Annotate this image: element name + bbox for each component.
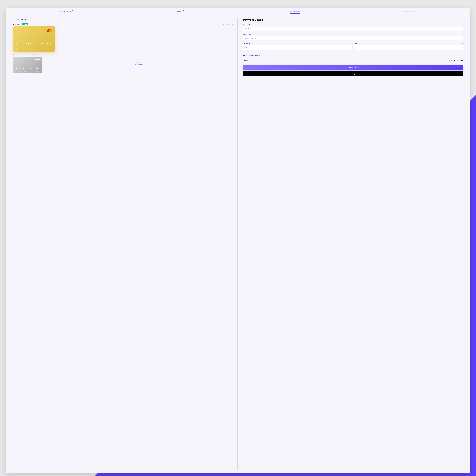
expiry-date-label: Expiry Date — [243, 42, 352, 44]
remove-primary-card-button[interactable]: Remove Card — [223, 23, 233, 25]
mastercard-logo-icon — [47, 29, 52, 33]
card-number-masked: • • • • • • • • • • • • 5043 — [15, 68, 40, 69]
svg-rect-2 — [460, 38, 461, 38]
default-badge: DEFAULT — [22, 23, 28, 25]
help-circle-icon[interactable]: ? — [461, 43, 463, 45]
cvv-input[interactable] — [354, 45, 463, 50]
secondary-card-name: Visa — [13, 54, 16, 56]
tab-bag-label: Your Bag (2 Items) — [60, 10, 71, 12]
total-label: Total — [243, 60, 248, 62]
secondary-card-header: Visa Remove Card — [13, 54, 41, 56]
apple-pay-button[interactable]: Pay — [243, 71, 463, 76]
add-method-line1: Add New — [136, 62, 140, 63]
name-on-card-input[interactable] — [243, 27, 463, 31]
saved-cards-panel: Back to Delivery Mastercard DEFAULT Remo… — [13, 18, 238, 470]
card-number-label: Card Number — [243, 33, 463, 35]
check-circle-icon — [183, 10, 184, 12]
page-title: Payment Details — [243, 18, 463, 21]
cvv-label: CVV — [354, 42, 357, 44]
name-on-card-label: Name on Card — [243, 24, 463, 26]
finish-and-pay-button[interactable]: Finish and Pay — [243, 65, 463, 70]
card-last4: 5043 — [36, 68, 40, 69]
window-top-accent — [6, 8, 470, 8]
content-area: Back to Delivery Mastercard DEFAULT Remo… — [6, 14, 470, 473]
promo-label: Do you have a promo code? — [243, 54, 260, 56]
primary-card-name: Mastercard — [13, 23, 21, 25]
card-last4: 8021 — [47, 42, 52, 44]
remove-label: Remove Card — [33, 54, 40, 56]
tab-bag[interactable]: Your Bag (2 Items) — [10, 8, 124, 14]
trash-icon — [40, 54, 41, 55]
mastercard-card[interactable]: • • • • • • • • • • • • 8021 JOHN APPLES… — [13, 26, 55, 51]
total-amount: AUD $132.00 — [448, 59, 463, 62]
card-footer: JOHN APPLESEED 11/24 — [16, 48, 52, 49]
card-expiry: 11/24 — [49, 48, 52, 49]
tab-confirmation-label: Order Confirmation — [404, 10, 415, 12]
tab-delivery-label: Delivery — [177, 10, 182, 12]
apple-pay-label: Pay — [352, 73, 355, 75]
expiry-date-input[interactable] — [243, 45, 352, 50]
arrow-left-icon — [13, 18, 15, 20]
remove-label: Remove Card — [223, 23, 231, 25]
tab-delivery[interactable]: Delivery — [124, 8, 238, 14]
remove-secondary-card-button[interactable]: Remove Card — [33, 54, 41, 56]
check-circle-icon — [72, 10, 73, 12]
total-value: $132.00 — [454, 59, 463, 62]
chevron-down-icon — [261, 54, 262, 56]
finish-button-label: Finish and Pay — [349, 67, 359, 68]
card-number-masked: • • • • • • • • • • • • 8021 — [16, 42, 52, 44]
svg-point-1 — [183, 11, 184, 12]
back-to-delivery-link[interactable]: Back to Delivery — [13, 18, 26, 20]
cardholder-name: JOHN APPLESEED — [15, 71, 26, 72]
back-label: Back to Delivery — [16, 18, 26, 20]
tab-payment[interactable]: Payment Details — [238, 8, 352, 14]
lock-icon — [460, 37, 461, 39]
cardholder-name: JOHN APPLESEED — [16, 48, 30, 49]
visa-logo-icon: VISA — [35, 58, 40, 60]
total-row: Total AUD $132.00 — [243, 59, 463, 62]
tab-payment-label: Payment Details — [290, 10, 300, 12]
payment-form-panel: Payment Details Name on Card Card Number… — [238, 18, 463, 470]
visa-card[interactable]: VISA • • • • • • • • • • • • 5043 JOHN A… — [13, 57, 41, 73]
svg-rect-3 — [347, 67, 348, 68]
add-method-line2: Payment Method — [134, 64, 142, 65]
checkout-stepper: Your Bag (2 Items) Delivery Payment Deta… — [6, 8, 470, 14]
plus-circle-icon: + — [137, 59, 139, 61]
add-payment-method-button[interactable]: + Add New Payment Method — [44, 54, 233, 65]
promo-code-toggle[interactable]: Do you have a promo code? — [243, 52, 463, 57]
total-currency: AUD — [448, 59, 453, 62]
trash-icon — [232, 24, 233, 25]
lock-icon — [347, 67, 348, 68]
card-expiry: 06/22 — [36, 71, 40, 72]
tab-confirmation: Order Confirmation — [352, 8, 466, 14]
svg-point-0 — [72, 11, 73, 12]
card-footer: JOHN APPLESEED 06/22 — [15, 71, 40, 72]
checkout-window: Your Bag (2 Items) Delivery Payment Deta… — [6, 8, 470, 473]
card-number-input[interactable] — [243, 36, 463, 40]
primary-card-header: Mastercard DEFAULT Remove Card — [13, 23, 233, 25]
